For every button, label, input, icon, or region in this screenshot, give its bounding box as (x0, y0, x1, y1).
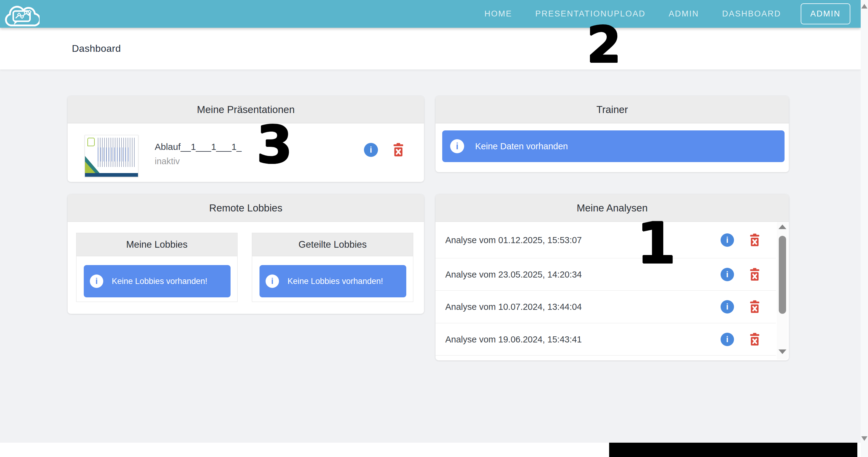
list-scrollbar[interactable] (777, 222, 788, 360)
analysis-row: Analyse vom 10.07.2024, 13:44:04 i (436, 291, 776, 323)
annotation-number-3: 3 (256, 119, 292, 171)
info-icon[interactable]: i (364, 143, 378, 157)
slide-green-triangle (85, 161, 95, 173)
trash-delete-icon[interactable] (749, 333, 761, 346)
shared-lobbies-empty-text: Keine Lobbies vorhanden! (287, 277, 383, 286)
analyses-list: Analyse vom 01.12.2025, 15:53:07 i Analy… (436, 222, 776, 360)
scroll-down-icon[interactable] (861, 436, 867, 441)
page-scrollbar[interactable] (861, 0, 868, 457)
trainer-empty-text: Keine Daten vorhanden (475, 141, 568, 151)
info-icon[interactable]: i (721, 333, 734, 346)
info-icon[interactable]: i (721, 300, 734, 313)
nav-item-home[interactable]: HOME (484, 9, 512, 19)
list-scrollbar-thumb[interactable] (779, 236, 786, 314)
my-lobbies-empty-alert: i Keine Lobbies vorhanden! (84, 265, 230, 297)
admin-button[interactable]: ADMIN (801, 3, 850, 24)
trainer-card: Trainer i Keine Daten vorhanden (436, 96, 789, 172)
header-band: Dashboard (0, 28, 861, 69)
annotation-number-1: 1 (637, 215, 676, 272)
trash-delete-icon[interactable] (749, 233, 761, 247)
my-lobbies-title: Meine Lobbies (126, 239, 188, 250)
analysis-label: Analyse vom 10.07.2024, 13:44:04 (445, 302, 582, 312)
list-scroll-up-icon[interactable] (778, 224, 786, 229)
page-title: Dashboard (72, 43, 121, 54)
nav-item-admin[interactable]: ADMIN (669, 9, 699, 19)
shared-lobbies-card: Geteilte Lobbies i Keine Lobbies vorhand… (252, 233, 413, 302)
top-navbar: HOME PRESENTATIONUPLOAD ADMIN DASHBOARD … (0, 0, 861, 28)
analyses-card: Meine Analysen Analyse vom 01.12.2025, 1… (436, 194, 789, 360)
list-scroll-down-icon[interactable] (778, 349, 786, 354)
info-icon[interactable]: i (721, 233, 734, 247)
presentation-thumbnail[interactable] (85, 135, 138, 177)
shared-lobbies-header: Geteilte Lobbies (252, 233, 413, 256)
my-lobbies-header: Meine Lobbies (76, 233, 237, 256)
trash-delete-icon[interactable] (749, 300, 761, 313)
shared-lobbies-title: Geteilte Lobbies (299, 239, 367, 250)
presentation-meta: Ablauf__1___1___1_ inaktiv (155, 142, 242, 166)
cloud-chart-logo-icon[interactable] (4, 2, 40, 30)
annotation-number-2: 2 (587, 20, 621, 70)
shared-lobbies-empty-alert: i Keine Lobbies vorhanden! (259, 265, 406, 297)
presentations-card-title: Meine Präsentationen (197, 104, 294, 116)
presentations-card: Meine Präsentationen Ablauf__1___1___1_ … (68, 96, 424, 182)
analysis-label: Analyse vom 23.05.2025, 14:20:34 (445, 269, 582, 279)
analysis-label: Analyse vom 19.06.2024, 15:43:41 (445, 334, 582, 344)
scroll-up-icon[interactable] (861, 4, 867, 8)
slide-link-lines (98, 148, 129, 161)
analysis-row: Analyse vom 23.05.2025, 14:20:34 i (436, 258, 776, 291)
presentation-status: inaktiv (155, 156, 242, 166)
remote-lobbies-card: Remote Lobbies Meine Lobbies i Keine Lob… (68, 194, 424, 314)
trash-delete-icon[interactable] (749, 268, 761, 281)
analysis-row: Analyse vom 19.06.2024, 15:43:41 i (436, 323, 776, 356)
slide-logo-icon (87, 138, 95, 146)
my-lobbies-empty-text: Keine Lobbies vorhanden! (112, 277, 208, 286)
info-circle-icon: i (450, 139, 464, 153)
info-icon[interactable]: i (721, 268, 734, 281)
presentations-card-header: Meine Präsentationen (68, 96, 424, 123)
nav-links: HOME PRESENTATIONUPLOAD ADMIN DASHBOARD … (484, 0, 850, 28)
trainer-card-header: Trainer (436, 96, 789, 123)
redaction-black-box (609, 443, 857, 457)
analysis-row: Analyse vom 01.12.2025, 15:53:07 i (436, 222, 776, 258)
analyses-card-header: Meine Analysen (436, 194, 789, 222)
remote-lobbies-title: Remote Lobbies (209, 202, 282, 214)
remote-lobbies-header: Remote Lobbies (68, 194, 424, 222)
trainer-empty-alert: i Keine Daten vorhanden (442, 130, 784, 162)
my-lobbies-card: Meine Lobbies i Keine Lobbies vorhanden! (76, 233, 238, 302)
slide-footer-bar (85, 173, 138, 177)
trash-delete-icon[interactable] (392, 143, 404, 157)
nav-item-dashboard[interactable]: DASHBOARD (722, 9, 781, 19)
analysis-label: Analyse vom 01.12.2025, 15:53:07 (445, 235, 582, 245)
info-circle-icon: i (90, 275, 103, 288)
presentation-name: Ablauf__1___1___1_ (155, 142, 242, 152)
info-circle-icon: i (266, 275, 279, 288)
trainer-card-title: Trainer (596, 104, 628, 116)
